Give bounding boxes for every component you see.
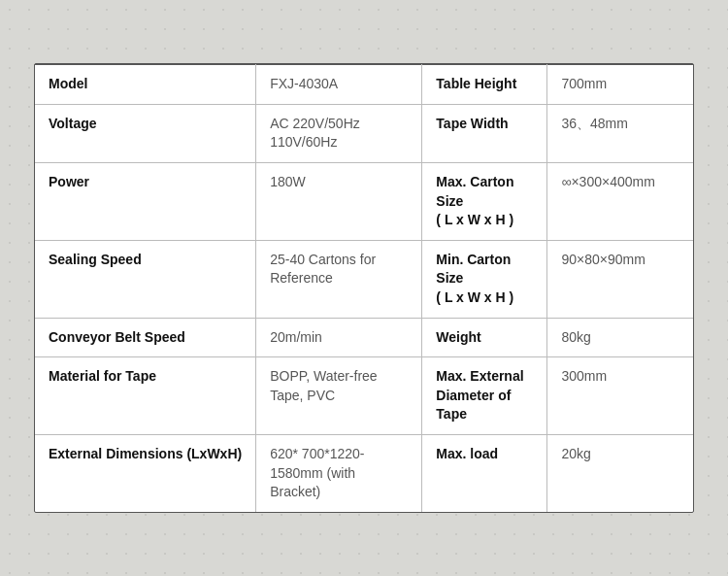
value-right-6: 20kg [547, 434, 693, 511]
value-left-3: 25-40 Cartons for Reference [256, 240, 422, 318]
specs-table: ModelFXJ-4030ATable Height700mmVoltageAC… [35, 64, 693, 512]
value-left-1: AC 220V/50Hz 110V/60Hz [256, 104, 422, 162]
label-right-4: Weight [422, 318, 547, 357]
label-right-0: Table Height [422, 65, 547, 105]
value-left-2: 180W [256, 163, 422, 241]
value-left-6: 620* 700*1220-1580mm (with Bracket) [256, 434, 422, 511]
label-right-1: Tape Width [422, 104, 547, 162]
value-right-0: 700mm [547, 65, 693, 105]
label-left-0: Model [35, 65, 256, 105]
value-right-4: 80kg [547, 318, 693, 357]
label-left-1: Voltage [35, 104, 256, 162]
label-left-6: External Dimensions (LxWxH) [35, 434, 256, 511]
value-right-1: 36、48mm [547, 104, 693, 162]
label-left-3: Sealing Speed [35, 240, 256, 318]
label-left-4: Conveyor Belt Speed [35, 318, 256, 357]
label-right-3: Min. Carton Size( L x W x H ) [422, 240, 547, 318]
label-right-2: Max. Carton Size( L x W x H ) [422, 163, 547, 241]
label-right-5: Max. External Diameter of Tape [422, 357, 547, 435]
label-right-6: Max. load [422, 434, 547, 511]
value-left-0: FXJ-4030A [256, 65, 422, 105]
label-left-5: Material for Tape [35, 357, 256, 435]
label-left-2: Power [35, 163, 256, 241]
value-left-4: 20m/min [256, 318, 422, 357]
value-right-5: 300mm [547, 357, 693, 435]
specs-table-container: ModelFXJ-4030ATable Height700mmVoltageAC… [34, 63, 694, 513]
value-right-2: ∞×300×400mm [547, 163, 693, 241]
value-left-5: BOPP, Water-free Tape, PVC [256, 357, 422, 435]
value-right-3: 90×80×90mm [547, 240, 693, 318]
